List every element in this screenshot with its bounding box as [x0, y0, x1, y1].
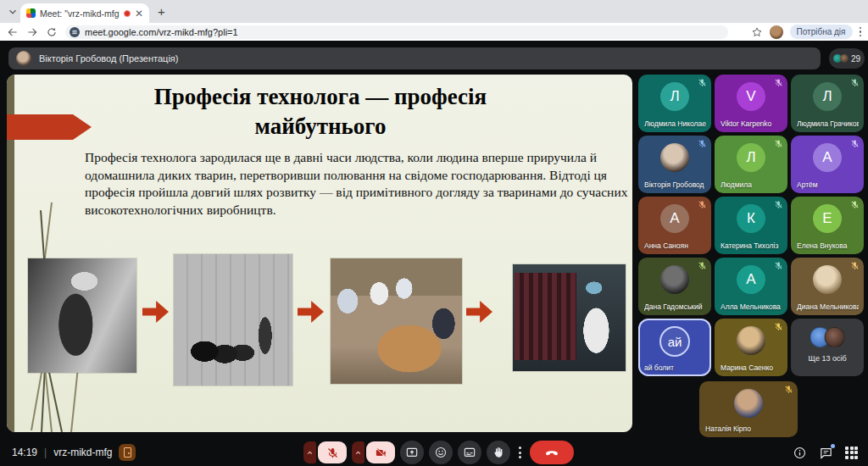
mic-muted-icon: [774, 139, 783, 148]
overflow-count-label: Ще 13 осіб: [791, 354, 864, 363]
slide-title: Професія технолога — професія майбутньог…: [100, 82, 541, 141]
grass-line: [70, 363, 79, 432]
meeting-info-icon[interactable]: [793, 446, 807, 460]
participant-name: Катерина Тихоліз: [721, 241, 782, 250]
forward-icon[interactable]: [26, 26, 38, 38]
recording-indicator-icon: [124, 10, 131, 17]
browser-tab-strip: Meet: "vrz-mikd-mfg" ✕ +: [0, 0, 868, 23]
slide-arrow-decoration: [7, 114, 92, 140]
presenter-name: Вікторія Гробовод (Презентація): [39, 53, 178, 64]
chat-icon[interactable]: [819, 446, 833, 460]
participant-tile[interactable]: ААнна Саноян: [638, 197, 711, 254]
avatar: Л: [737, 143, 765, 172]
participant-tile[interactable]: ЛЛюдмила Грачикова: [791, 75, 864, 132]
clock-time: 14:19: [12, 447, 37, 458]
participant-grid: ЛЛюдмила Николаев...VViktor KarpenkoЛЛюд…: [638, 75, 867, 439]
participant-grid-inner: ЛЛюдмила Николаев...VViktor KarpenkoЛЛюд…: [638, 75, 867, 376]
raise-hand-button[interactable]: [487, 441, 510, 464]
overflow-avatars: [810, 327, 845, 347]
end-call-button[interactable]: [530, 441, 574, 464]
flow-arrow-icon: [142, 301, 169, 323]
participant-name: Марина Саенко: [721, 363, 782, 372]
chat-notification-dot: [831, 444, 835, 448]
new-tab-button[interactable]: +: [158, 4, 165, 19]
mic-muted-icon: [850, 200, 860, 209]
slide-photo-3: [331, 258, 462, 384]
more-options-button[interactable]: [515, 447, 525, 458]
avatar: V: [737, 82, 765, 111]
bookmark-star-icon[interactable]: [751, 26, 763, 38]
browser-tab[interactable]: Meet: "vrz-mikd-mfg" ✕: [20, 3, 149, 23]
participant-tile[interactable]: Дана Гадомський: [638, 258, 711, 315]
participant-tile[interactable]: айай болит: [638, 319, 711, 376]
mic-control-group: [303, 441, 347, 463]
url-text[interactable]: meet.google.com/vrz-mikd-mfg?pli=1: [85, 27, 238, 37]
mic-muted-icon: [850, 78, 860, 87]
participant-count-pill[interactable]: 29: [829, 48, 865, 69]
participant-tile[interactable]: Марина Саенко: [715, 319, 787, 376]
present-screen-button[interactable]: [400, 441, 424, 464]
camera-off-button[interactable]: [366, 441, 395, 463]
meet-bottom-bar: 14:19 | vrz-mikd-mfg: [0, 439, 868, 466]
avatar: [660, 143, 689, 172]
toolbar-right: Потрібна дія: [751, 25, 861, 39]
activities-grid-icon[interactable]: [845, 447, 858, 459]
refresh-icon[interactable]: [46, 26, 58, 38]
back-icon[interactable]: [7, 26, 19, 38]
slide-photo-2: [174, 254, 292, 386]
mic-muted-icon: [774, 200, 783, 209]
participant-tile[interactable]: Вікторія Гробовод: [638, 136, 711, 193]
mic-options-button[interactable]: [303, 441, 316, 463]
action-needed-chip[interactable]: Потрібна дія: [790, 25, 853, 39]
participant-name: Диана Мельникова: [797, 302, 859, 311]
url-bar[interactable]: meet.google.com/vrz-mikd-mfg?pli=1: [65, 25, 728, 39]
participant-tile[interactable]: ЛЛюдмила: [715, 136, 787, 193]
mic-muted-icon: [698, 139, 707, 148]
participant-tile[interactable]: ЕЕлена Внукова: [791, 197, 864, 254]
mic-mute-button[interactable]: [318, 441, 347, 463]
participant-tile[interactable]: VViktor Karpenko: [715, 75, 787, 132]
tab-close-icon[interactable]: ✕: [135, 8, 143, 19]
call-controls: [303, 441, 574, 464]
avatar: ай: [659, 326, 690, 357]
meet-favicon-icon: [26, 8, 36, 18]
avatar: А: [660, 204, 689, 233]
meeting-code: vrz-mikd-mfg: [53, 447, 112, 458]
participant-name: Viktor Karpenko: [721, 119, 782, 128]
participant-tile[interactable]: ААртём: [791, 136, 864, 193]
mic-muted-icon: [698, 78, 707, 87]
participant-tile[interactable]: ККатерина Тихоліз: [715, 197, 787, 254]
avatar: Е: [813, 204, 842, 233]
participant-tile[interactable]: Наталія Кірпо: [699, 381, 798, 437]
site-controls-icon[interactable]: [70, 27, 80, 37]
mic-muted-icon: [850, 261, 860, 270]
mic-muted-icon: [774, 261, 783, 270]
slide-body-text: Професія технолога зародилася ще в давні…: [85, 149, 632, 219]
browser-profile-avatar[interactable]: [770, 25, 783, 39]
camera-control-group: [352, 441, 395, 463]
avatar: [660, 265, 689, 294]
participant-tile[interactable]: Диана Мельникова: [791, 258, 864, 315]
participant-name: Елена Внукова: [797, 241, 859, 250]
mic-muted-icon: [850, 139, 860, 148]
camera-options-button[interactable]: [352, 441, 364, 463]
bottom-right-icons: [793, 439, 858, 466]
presenter-avatar: [16, 51, 31, 66]
captions-button[interactable]: [458, 441, 481, 464]
slide-photo-1: [28, 258, 136, 373]
participant-tile[interactable]: ААлла Мельникова: [715, 258, 787, 315]
tab-search-icon[interactable]: [7, 6, 19, 18]
participant-name: Людмила Николаев...: [644, 119, 706, 128]
browser-menu-icon[interactable]: [860, 27, 862, 37]
mic-muted-icon: [698, 261, 707, 270]
browser-toolbar: meet.google.com/vrz-mikd-mfg?pli=1 Потрі…: [0, 23, 868, 41]
reactions-button[interactable]: [429, 441, 453, 464]
google-meet-window: Meet: "vrz-mikd-mfg" ✕ + meet.google.com…: [0, 0, 868, 466]
participant-name: Наталія Кірпо: [705, 424, 793, 433]
participant-tile[interactable]: ЛЛюдмила Николаев...: [638, 75, 711, 132]
extension-door-icon[interactable]: [119, 444, 136, 461]
mic-muted-icon: [774, 322, 783, 331]
participant-tile[interactable]: Ще 13 осіб: [791, 319, 864, 376]
presenter-banner[interactable]: Вікторія Гробовод (Презентація): [8, 47, 821, 69]
bottom-left-info: 14:19 | vrz-mikd-mfg: [12, 439, 136, 466]
